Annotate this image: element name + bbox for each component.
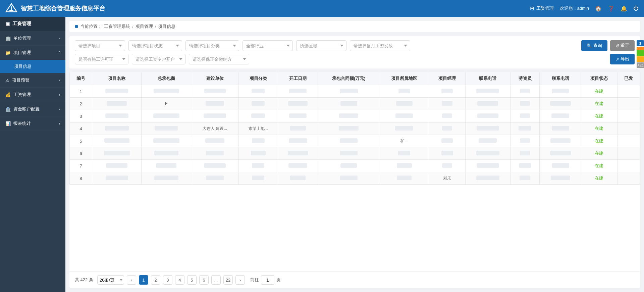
- export-label: 导出: [621, 56, 629, 62]
- page-size-select[interactable]: 20条/页 10条/页 50条/页 100条/页: [97, 275, 124, 285]
- cell-region: [379, 172, 429, 185]
- cell-category: [238, 172, 278, 185]
- power-icon[interactable]: ⏻: [633, 5, 639, 11]
- col-header-labor: 劳资员: [510, 72, 539, 85]
- table-row: 1在建: [70, 85, 640, 98]
- sidebar-item-fund-account[interactable]: 🏦 资金账户配置 ›: [0, 102, 65, 116]
- content-area: 当前位置： 工资管理系统 / 项目管理 / 项目信息 请选择项目 请选择项目状态…: [65, 17, 644, 292]
- table-wrapper[interactable]: 编号 项目名称 总承包商 建设单位 项目分类 开工日期 承包合同额(万元) 项目…: [69, 72, 640, 272]
- cell-pm: [429, 123, 465, 135]
- cell-name: [92, 135, 142, 147]
- page-btn-3[interactable]: 3: [163, 275, 172, 285]
- page-btn-2[interactable]: 2: [151, 275, 160, 285]
- status-select[interactable]: 请选择项目状态: [128, 40, 182, 51]
- breadcrumb-prefix: 当前位置：: [80, 23, 102, 30]
- sidebar-item-project-mgmt[interactable]: 📁 项目管理 ˅: [0, 46, 65, 60]
- page-btn-6[interactable]: 6: [199, 275, 209, 285]
- cell-pm: [429, 98, 465, 110]
- cell-id: 6: [70, 147, 92, 160]
- module-switcher[interactable]: ⊞ 工资管理: [530, 5, 554, 11]
- export-button[interactable]: ↗ 导出: [610, 54, 635, 64]
- sidebar-item-unit-mgmt[interactable]: 🏢 单位管理 ›: [0, 31, 65, 46]
- wage-account-select[interactable]: 请选择工资专户开户: [132, 54, 185, 64]
- col-header-contractor: 总承包商: [142, 72, 191, 85]
- sidebar-sub-item-project-info[interactable]: 项目信息: [0, 60, 65, 73]
- page-prev-btn[interactable]: ‹: [127, 275, 136, 285]
- sidebar: ▣ 工资管理 🏢 单位管理 › 📁 项目管理 ˅ 项目信息 ⚠ 项目预警: [0, 17, 65, 292]
- cell-region: [379, 123, 429, 135]
- industry-select[interactable]: 全部行业: [243, 40, 293, 51]
- cell-contract-amount: [318, 160, 379, 172]
- filter-row-2: 是否有施工许可证 请选择工资专户开户 请选择保证金缴纳方 ↗ 导出: [75, 54, 635, 64]
- cell-contractor: [142, 160, 191, 172]
- sidebar-header-label: 工资管理: [12, 21, 31, 27]
- sidebar-label-unit: 单位管理: [13, 35, 31, 41]
- cell-region: [379, 147, 429, 160]
- project-table: 编号 项目名称 总承包商 建设单位 项目分类 开工日期 承包合同额(万元) 项目…: [69, 72, 640, 185]
- header-right: ⊞ 工资管理 欢迎您：admin 🏠 ❓ 🔔 ⏻: [530, 5, 639, 12]
- sidebar-label-fund: 资金账户配置: [13, 106, 40, 112]
- project-select[interactable]: 请选择项目: [75, 40, 125, 51]
- cell-start-date: [278, 147, 318, 160]
- page-goto: 前往 页: [250, 275, 281, 285]
- goto-label: 前往: [250, 277, 259, 283]
- bell-icon[interactable]: 🔔: [621, 5, 627, 12]
- col-header-builder: 建设单位: [191, 72, 238, 85]
- float-item-orange[interactable]: [637, 47, 644, 50]
- chevron-right-icon3: ›: [59, 93, 60, 97]
- cell-status: 在建: [581, 160, 617, 172]
- breadcrumb-sep-1: /: [132, 24, 133, 29]
- module-label: 工资管理: [536, 5, 554, 11]
- deposit-select[interactable]: 请选择保证金缴纳方: [189, 54, 249, 64]
- sidebar-item-wage-mgmt[interactable]: 💰 工资管理 ›: [0, 88, 65, 102]
- cell-start-date: [278, 110, 318, 123]
- goto-input[interactable]: [261, 275, 274, 285]
- page-btn-5[interactable]: 5: [187, 275, 197, 285]
- floating-panel: 1 422: [637, 40, 644, 68]
- table-row: 8郊乐在建: [70, 172, 640, 185]
- sidebar-item-report-stats[interactable]: 📊 报表统计 ›: [0, 116, 65, 131]
- reset-button[interactable]: ↺ 重置: [610, 40, 635, 51]
- area-select[interactable]: 所选区域: [296, 40, 346, 51]
- cell-paid: [617, 160, 640, 172]
- cell-category: [238, 110, 278, 123]
- cell-region: [379, 160, 429, 172]
- cell-name: [92, 110, 142, 123]
- help-icon[interactable]: ❓: [608, 5, 614, 12]
- float-item-yellow[interactable]: [637, 56, 644, 62]
- cell-region: [379, 110, 429, 123]
- export-icon: ↗: [615, 57, 619, 62]
- wage-month-select[interactable]: 请选择当月工资发放: [350, 40, 410, 51]
- cell-contractor: [142, 147, 191, 160]
- cell-builder: [191, 160, 238, 172]
- cell-name: [92, 123, 142, 135]
- query-button[interactable]: 🔍 查询: [581, 40, 607, 51]
- cell-labor: [510, 147, 539, 160]
- float-item-green[interactable]: [637, 50, 644, 56]
- home-icon[interactable]: 🏠: [595, 5, 602, 12]
- breadcrumb-item-1: 工资管理系统: [104, 23, 130, 30]
- cell-labor: [510, 110, 539, 123]
- float-badge-count[interactable]: 1: [637, 40, 644, 46]
- col-header-phone2: 联系电话: [540, 72, 581, 85]
- sidebar-item-project-warning[interactable]: ⚠ 项目预警 ›: [0, 73, 65, 88]
- category-select[interactable]: 请选择项目分类: [185, 40, 239, 51]
- logo-icon: [5, 2, 17, 14]
- cell-pm: [429, 110, 465, 123]
- cell-contractor: [142, 85, 191, 98]
- warning-icon: ⚠: [5, 78, 9, 83]
- cell-paid: [617, 172, 640, 185]
- cell-phone2: [540, 98, 581, 110]
- cell-status: 在建: [581, 135, 617, 147]
- float-item-count[interactable]: 422: [637, 62, 644, 68]
- cell-category: 市某土地...: [238, 123, 278, 135]
- page-btn-4[interactable]: 4: [175, 275, 184, 285]
- cell-phone1: [465, 160, 510, 172]
- page-next-btn[interactable]: ›: [235, 275, 245, 285]
- search-icon: 🔍: [587, 43, 592, 48]
- table-row: 2F在建: [70, 98, 640, 110]
- cell-contract-amount: [318, 123, 379, 135]
- page-btn-1[interactable]: 1: [139, 275, 148, 285]
- license-select[interactable]: 是否有施工许可证: [75, 54, 128, 64]
- page-btn-22[interactable]: 22: [223, 275, 233, 285]
